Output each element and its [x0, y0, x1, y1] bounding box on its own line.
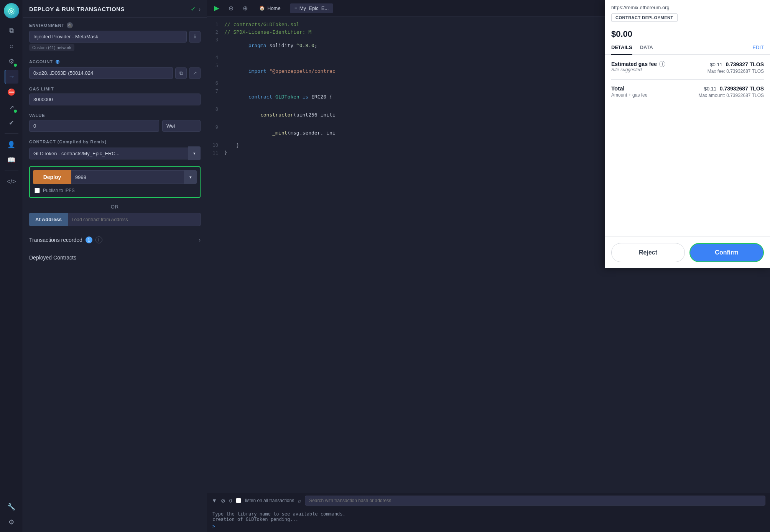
debugger-icon[interactable]: ⛔ — [5, 85, 18, 99]
search-sidebar-icon[interactable]: ⌕ — [5, 39, 18, 53]
expand-icon[interactable]: › — [199, 6, 201, 12]
gas-fee-label: Estimated gas fee i — [611, 61, 665, 67]
verify-icon[interactable]: ✔ — [5, 116, 18, 130]
code-icon[interactable]: </> — [5, 175, 18, 189]
transactions-expand-icon[interactable]: › — [199, 237, 201, 243]
env-info-icon: 🔌 — [67, 22, 73, 28]
mm-url: https://remix.ethereum.org — [611, 5, 764, 10]
listen-label: listen on all transactions — [245, 498, 294, 503]
console-output: Type the library name to see available c… — [207, 508, 770, 532]
at-address-button[interactable]: At Address — [29, 213, 68, 226]
deployed-title: Deployed Contracts — [29, 255, 201, 261]
tab-epic-erc[interactable]: ≡ My_Epic_E... — [290, 3, 334, 13]
max-amount-row: Max amount: 0.73932687 TLOS — [698, 93, 764, 98]
environment-label: ENVIRONMENT 🔌 — [29, 22, 201, 28]
contract-row: GLDToken - contracts/My_Epic_ERC... ▾ — [29, 146, 201, 160]
total-usd: $0.11 — [704, 86, 717, 92]
console-toolbar: ▼ ⊘ 0 listen on all transactions ⌕ — [207, 493, 770, 508]
total-tlos: 0.73932687 TLOS — [720, 85, 764, 92]
deploy-args-input[interactable] — [71, 170, 184, 184]
max-fee-row: Max fee: 0.73932687 TLOS — [707, 69, 764, 74]
publish-row: Publish to IPFS — [33, 187, 197, 194]
confirm-button[interactable]: Confirm — [689, 243, 764, 262]
mm-details: Estimated gas fee i Site suggested $0.11… — [605, 55, 770, 236]
publish-label: Publish to IPFS — [43, 188, 75, 193]
console-search-icon[interactable]: ⌕ — [298, 498, 301, 504]
deploy-button[interactable]: Deploy — [33, 170, 71, 184]
counter: 0 — [229, 498, 232, 504]
zoom-in-icon[interactable]: ⊕ — [240, 4, 250, 13]
prompt-symbol: > — [212, 524, 215, 529]
transactions-info-icon[interactable]: i — [95, 236, 102, 243]
mm-actions: Reject Confirm — [605, 236, 770, 268]
account-row: 0xd28...D063D (50014.024 ⧉ ↗ — [29, 67, 201, 79]
total-row: Total Amount + gas fee $0.11 0.73932687 … — [611, 85, 764, 98]
analytics-icon[interactable]: ↗ — [5, 100, 18, 114]
metamask-popup: https://remix.ethereum.org CONTRACT DEPL… — [605, 0, 770, 268]
listen-checkbox[interactable] — [236, 498, 241, 503]
settings-icon[interactable]: ⚙ — [5, 515, 18, 529]
console-line: creation of GLDToken pending... — [212, 517, 765, 522]
reject-button[interactable]: Reject — [611, 243, 685, 262]
gas-limit-input[interactable] — [29, 94, 201, 105]
run-icon[interactable]: ▶ — [212, 3, 222, 13]
environment-section: ENVIRONMENT 🔌 Injected Provider - MetaMa… — [23, 18, 207, 54]
deploy-expand-btn[interactable]: ▾ — [184, 170, 197, 184]
value-unit-select[interactable]: Wei Gwei Ether — [162, 120, 201, 132]
transactions-title: Transactions recorded 1 i — [29, 236, 102, 243]
gas-section: GAS LIMIT — [23, 82, 207, 108]
docs-icon[interactable]: 📖 — [5, 153, 18, 167]
contract-select[interactable]: GLDToken - contracts/My_Epic_ERC... — [29, 148, 188, 159]
open-account-btn[interactable]: ↗ — [189, 67, 201, 79]
contract-section: CONTRACT (Compiled by Remix) GLDToken - … — [23, 135, 207, 163]
compile-icon[interactable]: ⚙ — [5, 54, 18, 68]
zoom-out-icon[interactable]: ⊖ — [226, 4, 236, 13]
environment-row: Injected Provider - MetaMask ℹ — [29, 31, 201, 43]
at-address-row: At Address — [29, 213, 201, 226]
add-account-icon[interactable]: ⊕ — [55, 59, 60, 65]
total-label: Total — [611, 85, 647, 92]
mm-tabs: DETAILS DATA EDIT — [605, 41, 770, 55]
gas-fee-amount: $0.11 0.739327 TLOS Max fee: 0.73932687 … — [707, 61, 764, 74]
deploy-icon[interactable]: → — [5, 70, 18, 84]
value-label: VALUE — [29, 113, 201, 118]
or-divider: OR — [23, 201, 207, 213]
amount-gas-label: Amount + gas fee — [611, 92, 647, 98]
copy-account-btn[interactable]: ⧉ — [175, 67, 187, 79]
icon-sidebar: ◎ ⧉ ⌕ ⚙ → ⛔ ↗ ✔ 👤 📖 </> 🔧 ⚙ — [0, 0, 23, 532]
console-area: ▼ ⊘ 0 listen on all transactions ⌕ Type … — [207, 493, 770, 532]
total-amount: $0.11 0.73932687 TLOS Max amount: 0.7393… — [698, 85, 764, 98]
files-icon[interactable]: ⧉ — [5, 24, 18, 38]
editor-area: ▶ ⊖ ⊕ 🏠 Home ≡ My_Epic_E... 1 // contrac… — [207, 0, 770, 532]
down-icon[interactable]: ▼ — [212, 498, 217, 504]
transactions-section: Transactions recorded 1 i › — [23, 231, 207, 249]
edit-button[interactable]: EDIT — [752, 41, 764, 54]
gas-label: GAS LIMIT — [29, 87, 201, 91]
env-info-btn[interactable]: ℹ — [189, 31, 201, 43]
tab-data[interactable]: DATA — [640, 41, 653, 55]
tab-home[interactable]: 🏠 Home — [255, 3, 285, 13]
account-label: ACCOUNT ⊕ — [29, 59, 201, 65]
plugins-icon[interactable]: 👤 — [5, 138, 18, 151]
contract-expand-btn[interactable]: ▾ — [188, 146, 201, 160]
value-section: VALUE Wei Gwei Ether — [23, 108, 207, 135]
gas-tlos: 0.739327 TLOS — [726, 61, 764, 67]
environment-select[interactable]: Injected Provider - MetaMask — [29, 31, 187, 43]
contract-label: CONTRACT (Compiled by Remix) — [29, 140, 201, 144]
publish-checkbox[interactable] — [35, 188, 40, 193]
app-logo: ◎ — [4, 3, 19, 18]
tools-icon[interactable]: 🔧 — [5, 500, 18, 514]
panel-header: DEPLOY & RUN TRANSACTIONS ✓ › — [23, 0, 207, 18]
mm-url-bar: https://remix.ethereum.org CONTRACT DEPL… — [605, 0, 770, 25]
fee-info-icon[interactable]: i — [659, 61, 665, 67]
value-input[interactable] — [29, 120, 159, 132]
account-select[interactable]: 0xd28...D063D (50014.024 — [29, 67, 173, 79]
gas-fee-row: Estimated gas fee i Site suggested $0.11… — [611, 61, 764, 74]
at-address-input[interactable] — [68, 213, 201, 226]
home-icon: 🏠 — [259, 5, 265, 11]
console-search-input[interactable] — [305, 496, 765, 506]
account-section: ACCOUNT ⊕ 0xd28...D063D (50014.024 ⧉ ↗ — [23, 54, 207, 82]
tab-details[interactable]: DETAILS — [611, 41, 632, 55]
stop-icon[interactable]: ⊘ — [221, 498, 225, 504]
network-badge: Custom (41) network — [29, 44, 74, 51]
